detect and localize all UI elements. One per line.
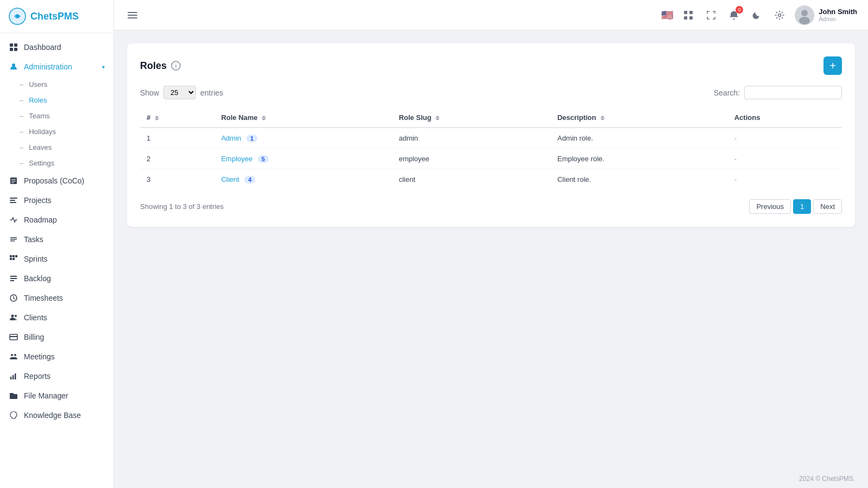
- svg-rect-11: [12, 255, 15, 257]
- search-box: Search:: [714, 86, 842, 99]
- sidebar-item-meetings-label: Meetings: [24, 352, 55, 361]
- show-label: Show: [140, 88, 159, 97]
- sidebar-item-teams[interactable]: Teams: [0, 108, 113, 124]
- col-num: #: [140, 108, 214, 128]
- sidebar-item-sprints[interactable]: Sprints: [0, 249, 113, 269]
- cell-role-name: Client 4: [214, 169, 392, 190]
- svg-rect-24: [15, 373, 16, 379]
- add-role-button[interactable]: +: [823, 56, 842, 75]
- svg-point-20: [11, 354, 13, 356]
- admin-icon: [9, 62, 18, 72]
- col-description: Description: [551, 108, 728, 128]
- sidebar-item-dashboard-label: Dashboard: [24, 43, 61, 52]
- copyright: 2024 © ChetsPMS.: [799, 475, 855, 483]
- sidebar: ChetsPMS Dashboard Administration ▾ User…: [0, 0, 114, 488]
- svg-point-35: [799, 17, 810, 24]
- sidebar-item-reports[interactable]: Reports: [0, 366, 113, 386]
- settings-icon[interactable]: [772, 8, 787, 23]
- sidebar-item-administration-label: Administration: [24, 62, 72, 71]
- actions-dash: -: [734, 155, 737, 163]
- sidebar-item-proposals[interactable]: Proposals (CoCo): [0, 171, 113, 191]
- sidebar-item-proposals-label: Proposals (CoCo): [24, 176, 84, 185]
- topbar-left: [125, 8, 652, 23]
- filemanager-icon: [9, 391, 18, 401]
- fullscreen-icon[interactable]: [704, 8, 719, 23]
- sidebar-item-users[interactable]: Users: [0, 77, 113, 92]
- sidebar-item-roadmap[interactable]: Roadmap: [0, 210, 113, 230]
- sidebar-item-timesheets[interactable]: Timesheets: [0, 288, 113, 308]
- cell-description: Admin role.: [551, 128, 728, 149]
- search-input[interactable]: [744, 86, 842, 99]
- notification-button[interactable]: 0: [726, 8, 742, 23]
- cell-role-name: Admin 1: [214, 128, 392, 149]
- svg-point-21: [14, 354, 16, 356]
- sidebar-item-clients-label: Clients: [24, 313, 47, 322]
- sidebar-item-clients[interactable]: Clients: [0, 308, 113, 327]
- main-area: 🇺🇸 0 John Smith: [114, 0, 868, 488]
- show-entries-group: Show 25 10 50 100 entries: [140, 86, 223, 99]
- sidebar-item-holidays[interactable]: Holidays: [0, 124, 113, 140]
- sidebar-item-knowledgebase-label: Knowledge Base: [24, 411, 81, 420]
- notification-count-badge: 0: [736, 6, 743, 14]
- roles-table: # Role Name Role Slug Description: [140, 108, 842, 189]
- next-button[interactable]: Next: [813, 199, 842, 214]
- role-name-link[interactable]: Admin: [221, 134, 241, 142]
- actions-dash: -: [734, 175, 737, 183]
- svg-rect-14: [12, 258, 15, 260]
- info-icon[interactable]: i: [171, 61, 181, 71]
- sprints-icon: [9, 254, 18, 264]
- user-menu[interactable]: John Smith Admin: [795, 5, 857, 25]
- col-role-name: Role Name: [214, 108, 392, 128]
- user-role: Admin: [819, 16, 857, 22]
- previous-button[interactable]: Previous: [749, 199, 791, 214]
- menu-toggle-button[interactable]: [125, 8, 140, 23]
- reports-icon: [9, 371, 18, 381]
- cell-role-slug: client: [392, 169, 551, 190]
- sidebar-item-filemanager-label: File Manager: [24, 391, 68, 400]
- darkmode-toggle[interactable]: [749, 8, 764, 23]
- entries-select[interactable]: 25 10 50 100: [163, 86, 196, 99]
- sidebar-item-leaves[interactable]: Leaves: [0, 140, 113, 155]
- cell-description: Client role.: [551, 169, 728, 190]
- role-name-link[interactable]: Client: [221, 175, 239, 183]
- cell-role-slug: admin: [392, 128, 551, 149]
- sidebar-item-filemanager[interactable]: File Manager: [0, 386, 113, 405]
- svg-rect-4: [10, 48, 13, 51]
- table-header-row: # Role Name Role Slug Description: [140, 108, 842, 128]
- pagination: Previous 1 Next: [749, 199, 842, 214]
- sidebar-item-billing[interactable]: Billing: [0, 327, 113, 347]
- page-title: Roles: [140, 60, 167, 72]
- sidebar-item-knowledgebase[interactable]: Knowledge Base: [0, 405, 113, 425]
- sidebar-item-tasks[interactable]: Tasks: [0, 230, 113, 249]
- sort-roleslug-icon: [435, 116, 440, 121]
- sidebar-item-backlog-label: Backlog: [24, 274, 51, 283]
- svg-point-34: [801, 10, 808, 16]
- page-content: Roles i + Show 25 10 50 100 entries: [114, 30, 868, 470]
- backlog-icon: [9, 274, 18, 283]
- sidebar-item-dashboard[interactable]: Dashboard: [0, 37, 113, 57]
- sidebar-item-administration[interactable]: Administration ▾: [0, 57, 113, 77]
- topbar-right: 🇺🇸 0 John Smith: [661, 5, 857, 25]
- sidebar-item-backlog[interactable]: Backlog: [0, 269, 113, 288]
- page-1-button[interactable]: 1: [793, 199, 811, 214]
- apps-icon[interactable]: [681, 8, 696, 23]
- svg-rect-8: [10, 200, 15, 201]
- sidebar-item-projects[interactable]: Projects: [0, 191, 113, 210]
- logo: ChetsPMS: [0, 0, 113, 33]
- role-name-link[interactable]: Employee: [221, 155, 252, 163]
- roles-table-body: 1 Admin 1 admin Admin role. - 2 Employee…: [140, 128, 842, 189]
- svg-point-1: [16, 15, 19, 18]
- svg-rect-31: [689, 16, 693, 20]
- cell-num: 1: [140, 128, 214, 149]
- role-count-badge: 5: [258, 155, 269, 163]
- flag-icon[interactable]: 🇺🇸: [661, 9, 673, 21]
- svg-rect-10: [10, 255, 12, 257]
- sidebar-item-settings[interactable]: Settings: [0, 155, 113, 171]
- svg-rect-29: [689, 11, 693, 14]
- svg-rect-26: [128, 15, 137, 16]
- showing-text: Showing 1 to 3 of 3 entries: [140, 202, 224, 211]
- table-row: 2 Employee 5 employee Employee role. -: [140, 149, 842, 169]
- sidebar-item-roles[interactable]: Roles: [0, 92, 113, 108]
- sidebar-item-meetings[interactable]: Meetings: [0, 347, 113, 366]
- svg-rect-5: [14, 48, 17, 51]
